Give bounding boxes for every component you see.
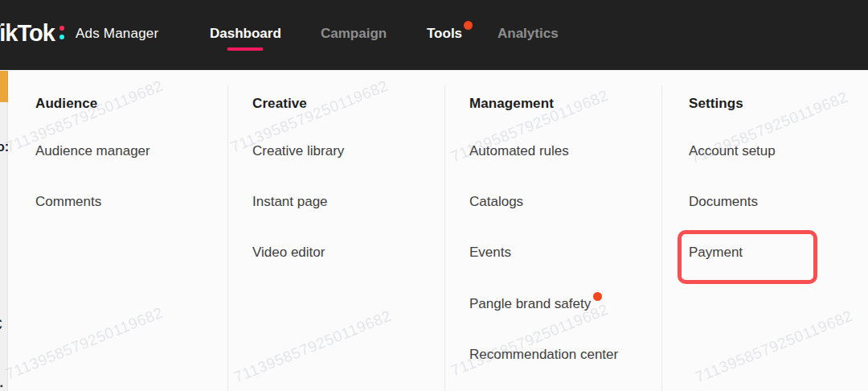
menu-item-creative-library[interactable]: Creative library	[252, 140, 344, 163]
nav-tab-label: Analytics	[497, 26, 559, 41]
nav-tab-campaign[interactable]: Campaign	[321, 26, 387, 42]
tiktok-wordmark: TikTok	[0, 19, 55, 47]
nav-tab-dashboard[interactable]: Dashboard	[210, 26, 281, 42]
menu-item-account-setup[interactable]: Account setup	[689, 140, 776, 163]
menu-item-recommendation-center[interactable]: Recommendation center	[469, 344, 618, 366]
menu-item-comments[interactable]: Comments	[35, 191, 101, 213]
notification-dot-icon	[464, 21, 473, 30]
menu-item-audience-manager[interactable]: Audience manager	[35, 140, 150, 163]
active-tab-underline	[227, 47, 264, 51]
column-divider	[661, 85, 662, 391]
nav-tab-label: Campaign	[321, 26, 387, 41]
menu-item-pangle-brand-safety[interactable]: Pangle brand safety	[469, 292, 602, 315]
menu-item-events[interactable]: Events	[469, 241, 511, 264]
page-accent-fragment	[0, 71, 8, 102]
menu-header-management: Management	[469, 93, 554, 115]
nav-tab-label: Tools	[427, 26, 462, 41]
menu-item-instant-page[interactable]: Instant page	[252, 191, 328, 213]
column-divider	[227, 85, 228, 391]
occluded-text-fragment: ▪	[0, 381, 3, 390]
tiktok-colon-icon	[59, 24, 65, 42]
column-divider	[444, 85, 445, 391]
menu-item-label: Pangle brand safety	[469, 296, 591, 311]
nav-tab-analytics[interactable]: Analytics	[497, 26, 559, 42]
menu-item-catalogs[interactable]: Catalogs	[469, 191, 523, 213]
menu-header-creative: Creative	[252, 93, 307, 115]
menu-item-documents[interactable]: Documents	[689, 191, 758, 213]
menu-item-automated-rules[interactable]: Automated rules	[469, 140, 569, 163]
menu-item-payment[interactable]: Payment	[689, 241, 743, 264]
tools-dropdown-panel: Audience Audience manager Comments Creat…	[8, 71, 868, 391]
menu-header-audience: Audience	[35, 93, 97, 115]
ads-manager-label: Ads Manager	[76, 26, 158, 42]
menu-item-video-editor[interactable]: Video editor	[252, 241, 325, 264]
occluded-text-fragment: €	[0, 317, 2, 333]
topbar: TikTok Ads Manager Dashboard Campaign To…	[0, 0, 868, 70]
notification-dot-icon	[593, 292, 602, 301]
nav-tab-tools[interactable]: Tools	[427, 26, 462, 42]
menu-header-settings: Settings	[689, 93, 743, 115]
screen: TikTok Ads Manager Dashboard Campaign To…	[0, 0, 868, 391]
nav-tab-label: Dashboard	[210, 26, 281, 41]
